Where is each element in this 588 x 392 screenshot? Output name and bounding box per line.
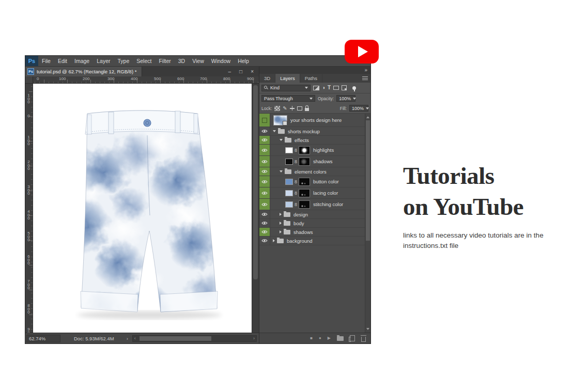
layer-row[interactable]: 8 stitching color bbox=[259, 199, 365, 210]
canvas[interactable] bbox=[33, 84, 252, 333]
layer-name[interactable]: body bbox=[293, 221, 304, 226]
record-icon[interactable]: ● bbox=[319, 336, 321, 341]
canvas-vertical-scrollbar-thumb[interactable] bbox=[253, 85, 258, 279]
color-swatch[interactable] bbox=[285, 159, 293, 165]
canvas-vertical-scrollbar[interactable] bbox=[252, 84, 259, 333]
layer-name[interactable]: background bbox=[287, 238, 313, 244]
opacity-dropdown[interactable]: 100% bbox=[336, 95, 355, 102]
maximize-button[interactable]: □ bbox=[239, 67, 242, 76]
menu-view[interactable]: View bbox=[189, 56, 208, 66]
zoom-level-field[interactable]: 62.74% bbox=[26, 335, 60, 342]
menu-3d[interactable]: 3D bbox=[175, 56, 189, 66]
layer-name[interactable]: design bbox=[293, 212, 308, 217]
menu-layer[interactable]: Layer bbox=[93, 56, 114, 66]
fill-dropdown[interactable]: 100% bbox=[349, 105, 368, 112]
filter-kind-dropdown[interactable]: Kind bbox=[261, 85, 311, 91]
visibility-toggle[interactable] bbox=[259, 156, 270, 167]
visibility-toggle[interactable] bbox=[259, 187, 270, 198]
mask-thumbnail[interactable] bbox=[299, 178, 310, 186]
visibility-toggle[interactable] bbox=[259, 237, 270, 245]
color-swatch[interactable] bbox=[285, 201, 293, 208]
mask-thumbnail[interactable] bbox=[299, 189, 310, 197]
disclosure-arrow-icon[interactable] bbox=[280, 222, 282, 225]
layer-row[interactable]: 8 body bbox=[259, 219, 365, 228]
visibility-toggle[interactable] bbox=[259, 210, 270, 218]
layer-row[interactable]: 8 design bbox=[259, 210, 365, 219]
layer-name[interactable]: your shorts design here bbox=[290, 117, 342, 123]
lock-artboard-icon[interactable] bbox=[297, 106, 302, 111]
menu-image[interactable]: Image bbox=[71, 56, 93, 66]
filter-toggle-icon[interactable] bbox=[352, 86, 356, 90]
layer-name[interactable]: shadows bbox=[313, 159, 333, 164]
lock-all-icon[interactable] bbox=[305, 108, 309, 111]
layer-row[interactable]: 8 lacing color bbox=[259, 187, 365, 199]
filter-type-layers-icon[interactable]: T bbox=[328, 85, 331, 90]
layers-scrollbar-thumb[interactable] bbox=[366, 120, 370, 241]
canvas-horizontal-scrollbar[interactable]: ‹ › bbox=[132, 335, 257, 342]
menu-select[interactable]: Select bbox=[133, 56, 155, 66]
visibility-toggle[interactable] bbox=[259, 127, 270, 135]
layer-name[interactable]: shadows bbox=[293, 229, 313, 235]
visibility-toggle[interactable] bbox=[259, 114, 270, 127]
menu-window[interactable]: Window bbox=[208, 56, 234, 66]
status-expand-arrow[interactable]: › bbox=[127, 336, 128, 341]
layer-name[interactable]: element colors bbox=[295, 169, 327, 175]
filter-pixel-layers-icon[interactable] bbox=[313, 86, 319, 90]
panel-menu-icon[interactable] bbox=[362, 76, 368, 80]
blend-mode-dropdown[interactable]: Pass Through bbox=[261, 95, 315, 102]
disclosure-arrow-icon[interactable] bbox=[273, 239, 275, 242]
layer-row[interactable]: 8 your shorts design here bbox=[259, 114, 365, 127]
scroll-up-icon[interactable] bbox=[366, 116, 369, 118]
document-tab[interactable]: Ps tutorial.psd @ 62.7% (Rectangle 12, R… bbox=[25, 67, 142, 76]
filter-adjustment-layers-icon[interactable]: ◑ bbox=[322, 85, 325, 90]
layer-row[interactable]: 8 effects bbox=[259, 136, 365, 145]
new-group-icon[interactable] bbox=[337, 336, 344, 341]
disclosure-arrow-icon[interactable] bbox=[280, 170, 283, 173]
layers-scrollbar[interactable] bbox=[365, 114, 370, 333]
layer-name[interactable]: button color bbox=[313, 179, 339, 184]
visibility-toggle[interactable] bbox=[259, 136, 270, 144]
new-layer-icon[interactable] bbox=[350, 335, 355, 341]
layer-name[interactable]: shorts mockup bbox=[288, 129, 320, 134]
collapse-panels-icon[interactable]: » bbox=[364, 67, 367, 74]
panel-tab-3d[interactable]: 3D bbox=[259, 74, 275, 83]
layer-name[interactable]: effects bbox=[295, 137, 309, 143]
disclosure-arrow-icon[interactable] bbox=[280, 213, 282, 216]
color-swatch[interactable] bbox=[285, 179, 293, 185]
layer-row[interactable]: 8 shadows bbox=[259, 156, 365, 167]
visibility-toggle[interactable] bbox=[259, 176, 270, 187]
filter-smart-objects-icon[interactable] bbox=[342, 85, 347, 90]
lock-pixels-icon[interactable]: ✎ bbox=[283, 106, 287, 111]
layer-row[interactable]: 8 element colors bbox=[259, 167, 365, 176]
menu-file[interactable]: File bbox=[38, 56, 54, 66]
menu-filter[interactable]: Filter bbox=[155, 56, 174, 66]
panel-tab-paths[interactable]: Paths bbox=[300, 74, 322, 83]
visibility-toggle[interactable] bbox=[259, 199, 270, 210]
visibility-toggle[interactable] bbox=[259, 219, 270, 227]
color-swatch[interactable] bbox=[285, 147, 293, 153]
minimize-button[interactable]: – bbox=[228, 67, 231, 76]
photoshop-logo[interactable]: Ps bbox=[25, 56, 38, 66]
layer-row[interactable]: 8 background bbox=[259, 237, 365, 245]
layer-thumbnail[interactable] bbox=[273, 115, 287, 126]
scroll-right-arrow[interactable]: › bbox=[253, 336, 255, 341]
layer-row[interactable]: 8 shorts mockup bbox=[259, 127, 365, 136]
layer-row[interactable]: 8 highlights bbox=[259, 145, 365, 156]
visibility-toggle[interactable] bbox=[259, 228, 270, 236]
play-icon[interactable]: ▶ bbox=[328, 336, 331, 341]
mask-thumbnail[interactable] bbox=[299, 158, 310, 166]
layer-row[interactable]: 8 shadows bbox=[259, 228, 365, 237]
color-swatch[interactable] bbox=[285, 190, 293, 196]
disclosure-arrow-icon[interactable] bbox=[280, 139, 283, 141]
delete-layer-icon[interactable] bbox=[361, 337, 366, 342]
filter-shape-layers-icon[interactable] bbox=[333, 86, 339, 90]
lock-position-icon[interactable] bbox=[290, 106, 295, 111]
close-button[interactable]: × bbox=[251, 67, 254, 76]
scroll-down-icon[interactable] bbox=[366, 328, 369, 330]
canvas-horizontal-scrollbar-thumb[interactable] bbox=[140, 336, 211, 341]
menu-edit[interactable]: Edit bbox=[54, 56, 71, 66]
youtube-logo[interactable] bbox=[345, 40, 379, 64]
mask-thumbnail[interactable] bbox=[299, 200, 310, 209]
layer-name[interactable]: stitching color bbox=[313, 201, 343, 207]
menu-type[interactable]: Type bbox=[114, 56, 133, 66]
